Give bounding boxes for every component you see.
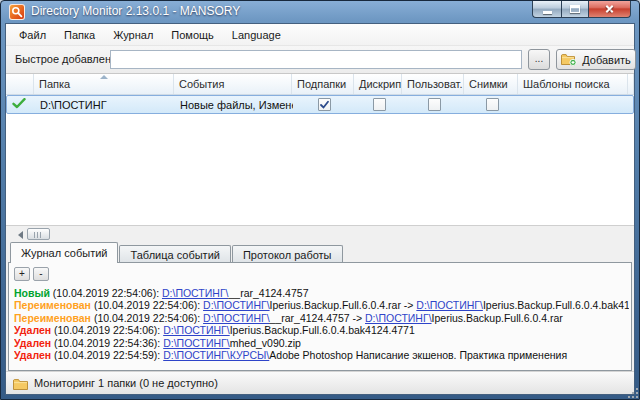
scroll-left-arrow-icon[interactable] [18,231,23,239]
font-decrease-button[interactable]: - [33,267,49,281]
close-icon [604,4,615,15]
app-window: Directory Monitor 2.13.0.1 - MANSORY Фай… [0,0,640,400]
log-path-link[interactable]: D:\ПОСТИНГ\ [203,299,270,311]
tab-strip: Журнал событийТаблица событийПротокол ра… [8,242,632,263]
status-bar: Мониторинг 1 папки (0 не доступно) [6,371,634,394]
column-header-row-icon[interactable] [6,74,34,94]
log-entry: Удален (10.04.2019 22:54:59): D:\ПОСТИНГ… [14,349,629,361]
checkbox-subfolders[interactable] [318,98,331,111]
sort-ascending-icon [100,75,108,79]
log-timestamp: (10.04.2019 22:54:06): [50,287,162,299]
row-cell-subfolders [293,98,355,111]
row-events: Новые файлы, Изменения... [175,99,293,111]
row-folder-path: D:\ПОСТИНГ [35,99,175,111]
log-timestamp: (10.04.2019 22:54:06): [91,299,203,311]
checkbox-snapshots[interactable] [486,98,499,111]
column-header-description[interactable]: Дискрип... [354,74,402,94]
log-path-link[interactable]: D:\ПОСТИНГ\ [365,312,432,324]
log-entry: Новый (10.04.2019 22:54:06): D:\ПОСТИНГ\… [14,287,629,299]
row-status-cell [7,98,35,111]
column-header-user[interactable]: Пользоват... [402,74,464,94]
client-area: ФайлПапкаЖурналПомощьLanguage Быстрое до… [5,23,635,395]
row-cell-user [403,98,465,111]
folder-row[interactable]: D:\ПОСТИНГНовые файлы, Изменения... [6,95,634,114]
window-titlebar[interactable]: Directory Monitor 2.13.0.1 - MANSORY [1,1,639,23]
column-header-events[interactable]: События [174,74,292,94]
log-path-link[interactable]: D:\ПОСТИНГ\ [203,312,270,324]
menu-item-file[interactable]: Файл [10,24,55,46]
horizontal-scrollbar [6,226,634,242]
status-message: Мониторинг 1 папки (0 не доступно) [34,377,218,389]
log-text: __rar_4124.4757 [228,287,308,299]
log-action-label: Удален [14,337,51,349]
listview-header: ПапкаСобытияПодпапкиДискрип...Пользоват.… [6,74,634,95]
folder-listview: ПапкаСобытияПодпапкиДискрип...Пользоват.… [6,73,634,226]
window-title: Directory Monitor 2.13.0.1 - MANSORY [31,4,240,18]
scrollbar-thumb[interactable] [27,228,50,240]
log-text: mhed_v090.zip [230,337,301,349]
maximize-button[interactable] [561,1,589,18]
log-text: Adobe Photoshop Написание экшенов. Практ… [269,349,567,361]
log-path-link[interactable]: D:\ПОСТИНГ\ [163,324,230,336]
quick-add-input[interactable] [110,50,522,69]
column-header-exclusions[interactable]: Исключ... [628,74,634,94]
log-timestamp: (10.04.2019 22:54:06): [51,324,163,336]
log-action-label: Удален [14,349,51,361]
maximize-icon [570,5,580,13]
menu-item-language[interactable]: Language [223,24,290,46]
log-text: Iperius.Backup.Full.6.0.4.rar -> [270,299,417,311]
quick-add-toolbar: Быстрое добавление: ... Добавить [6,46,634,73]
log-entry: Удален (10.04.2019 22:54:06): D:\ПОСТИНГ… [14,324,629,336]
app-icon [9,4,25,20]
status-ok-icon [12,98,26,111]
font-increase-button[interactable]: + [14,267,30,281]
status-folder-icon [13,377,29,395]
browse-button[interactable]: ... [528,49,550,70]
log-entries: Новый (10.04.2019 22:54:06): D:\ПОСТИНГ\… [14,287,629,368]
log-timestamp: (10.04.2019 22:54:06): [91,312,203,324]
column-header-subfolders[interactable]: Подпапки [292,74,354,94]
log-path-link[interactable]: D:\ПОСТИНГ\КУРСЫ\ [163,349,269,361]
log-text: Iperius.Backup.Full.6.0.4.bak4124.4771 [230,324,415,336]
magnifier-icon [11,6,23,18]
checkbox-description[interactable] [373,98,386,111]
checkbox-user[interactable] [428,98,441,111]
column-header-snapshots[interactable]: Снимки [464,74,518,94]
log-action-label: Переименован [14,299,91,311]
log-text: __rar_4124.4757 -> [270,312,365,324]
log-timestamp: (10.04.2019 22:54:59): [51,349,163,361]
event-log-panel: + - Новый (10.04.2019 22:54:06): D:\ПОСТ… [8,262,632,371]
log-path-link[interactable]: D:\ПОСТИНГ\ [416,299,483,311]
add-folder-label: Добавить [582,54,631,66]
tab-event-log[interactable]: Журнал событий [10,242,118,263]
column-header-folder[interactable]: Папка [34,74,174,94]
menu-bar: ФайлПапкаЖурналПомощьLanguage [6,24,634,46]
close-button[interactable] [589,1,631,18]
log-action-label: Переименован [14,312,91,324]
resize-grip[interactable] [628,388,630,390]
log-text: Iperius.Backup.Full.6.0.4.bak4124.4771 [483,299,629,311]
log-entry: Переименован (10.04.2019 22:54:06): D:\П… [14,312,629,324]
minimize-button[interactable] [532,1,561,18]
log-action-label: Новый [14,287,50,299]
window-controls [532,1,631,18]
menu-item-folder[interactable]: Папка [55,24,104,46]
add-folder-button[interactable]: Добавить [556,49,636,70]
column-header-search-patterns[interactable]: Шаблоны поиска [518,74,628,94]
minimize-icon [543,11,552,14]
log-path-link[interactable]: D:\ПОСТИНГ\ [162,287,229,299]
log-text: Iperius.Backup.Full.6.0.4.rar [432,312,563,324]
log-action-label: Удален [14,324,51,336]
row-cell-description [355,98,403,111]
menu-item-journal[interactable]: Журнал [104,24,162,46]
log-timestamp: (10.04.2019 22:54:36): [51,337,163,349]
log-entry: Удален (10.04.2019 22:54:36): D:\ПОСТИНГ… [14,337,629,349]
row-cell-snapshots [465,98,519,111]
add-folder-icon [561,53,577,66]
menu-item-help[interactable]: Помощь [162,24,223,46]
log-path-link[interactable]: D:\ПОСТИНГ\ [163,337,230,349]
log-entry: Переименован (10.04.2019 22:54:06): D:\П… [14,299,629,311]
